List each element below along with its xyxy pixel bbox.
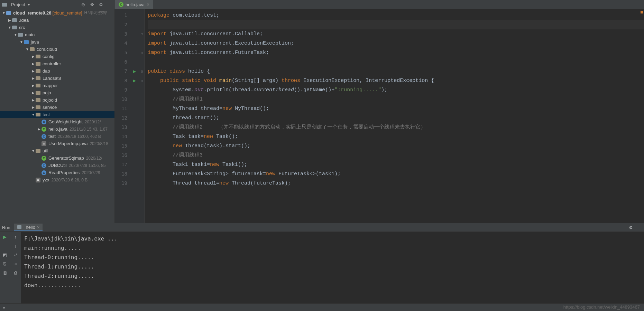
chevron-right-icon[interactable]: ▶ bbox=[31, 98, 36, 102]
run-line-icon[interactable]: ▶ bbox=[130, 67, 139, 76]
up-icon[interactable]: ↑ bbox=[13, 234, 18, 239]
code-line[interactable]: Task1 task1=new Task1(); bbox=[148, 160, 644, 169]
tree-item[interactable]: ▼util bbox=[0, 147, 114, 154]
run-line-icon[interactable]: ▶ bbox=[130, 76, 139, 85]
code-line[interactable]: import java.util.concurrent.Callable; bbox=[148, 29, 644, 39]
code-line[interactable] bbox=[148, 20, 644, 29]
tree-item-meta: 2020/7/29 bbox=[82, 170, 100, 175]
chevron-right-icon[interactable]: ▶ bbox=[37, 127, 42, 131]
tree-item[interactable]: CGetWeightHeight2020/12/ bbox=[0, 118, 114, 125]
tree-item[interactable]: ▼test bbox=[0, 111, 114, 118]
code-line[interactable]: import java.util.concurrent.FutureTask; bbox=[148, 48, 644, 57]
chevron-right-icon[interactable]: ▶ bbox=[31, 91, 36, 95]
tree-item[interactable]: ▶Chello.java2021/1/8 15:43, 1.67 bbox=[0, 125, 114, 133]
chevron-right-icon[interactable]: ▶ bbox=[31, 76, 36, 80]
warning-stripe-icon[interactable] bbox=[641, 11, 643, 13]
tree-item[interactable]: ▶pojoold bbox=[0, 96, 114, 104]
expand-icon[interactable]: ✥ bbox=[89, 2, 95, 7]
tree-item[interactable]: ▼java bbox=[0, 38, 114, 46]
code-line[interactable]: FutureTask<String> futureTask=new Future… bbox=[148, 169, 644, 179]
tree-item[interactable]: ▶mapper bbox=[0, 82, 114, 89]
code-area[interactable]: package com.cloud.test; import java.util… bbox=[145, 9, 644, 223]
tree-item-label: UserMaperImp.java bbox=[48, 141, 88, 146]
folder-icon bbox=[18, 32, 23, 37]
gear-icon[interactable]: ⚙ bbox=[628, 225, 634, 230]
exit-icon[interactable]: ⎘ bbox=[2, 261, 8, 266]
run-tab-hello[interactable]: hello × bbox=[14, 224, 42, 231]
tree-item[interactable]: CGeneratorSqlmap2020/12/ bbox=[0, 154, 114, 162]
code-line[interactable]: Task task=new Task(); bbox=[148, 132, 644, 141]
run-gutter[interactable]: ▶▶ bbox=[130, 9, 139, 223]
java-file-icon: C bbox=[42, 127, 46, 132]
code-line[interactable]: Thread thread1=new Thread(futureTask); bbox=[148, 179, 644, 188]
code-line[interactable]: //调用线程2 （并不能以线程的方式启动，实际上只是创建了一个任务，需要启动一个… bbox=[148, 123, 644, 132]
project-tree[interactable]: ▼ cloud_remote9.28[cloud_remote] H:\学习资料… bbox=[0, 9, 115, 223]
tree-item[interactable]: ≡UserMaperImp.java2020/8/18 bbox=[0, 140, 114, 147]
tab-label: hello.java bbox=[126, 2, 145, 7]
chevron-right-icon[interactable]: ▶ bbox=[31, 84, 36, 87]
editor[interactable]: 12345678910111213141516171819 ▶▶ ⊟⊟⊟⊟ pa… bbox=[115, 9, 644, 223]
code-line[interactable] bbox=[148, 57, 644, 67]
code-line[interactable]: import java.util.concurrent.ExecutionExc… bbox=[148, 39, 644, 48]
tree-item[interactable]: ▶pojo bbox=[0, 89, 114, 96]
tree-item[interactable]: Ctest2020/8/18 16:00, 462 B bbox=[0, 133, 114, 140]
hide-icon[interactable]: — bbox=[636, 225, 642, 230]
chevron-right-icon[interactable]: ▶ bbox=[31, 105, 36, 109]
chevron-down-icon[interactable]: ▼ bbox=[27, 3, 30, 7]
rerun-icon[interactable]: ▶ bbox=[2, 234, 8, 239]
show-more-icon[interactable]: » bbox=[3, 305, 5, 310]
gear-icon[interactable]: ⚙ bbox=[98, 2, 104, 7]
chevron-down-icon[interactable]: ▼ bbox=[13, 33, 18, 37]
tree-item[interactable]: ▶service bbox=[0, 104, 114, 111]
close-icon[interactable]: × bbox=[37, 225, 40, 230]
code-line[interactable]: MyThread thread=new MyThread(); bbox=[148, 104, 644, 113]
chevron-right-icon[interactable]: ▶ bbox=[31, 62, 36, 66]
hide-icon[interactable]: — bbox=[107, 2, 113, 7]
down-icon[interactable]: ↓ bbox=[13, 243, 18, 248]
code-line[interactable]: thread.start(); bbox=[148, 113, 644, 123]
tree-item-meta: 2020/12/ bbox=[85, 120, 101, 124]
stop-icon[interactable] bbox=[2, 243, 8, 248]
close-icon[interactable]: × bbox=[147, 2, 149, 7]
chevron-down-icon[interactable]: ▼ bbox=[25, 47, 30, 51]
chevron-down-icon[interactable]: ▼ bbox=[1, 11, 6, 15]
tree-item[interactable]: ▼src bbox=[0, 24, 114, 31]
tab-hello-java[interactable]: C hello.java × bbox=[115, 0, 153, 9]
chevron-right-icon[interactable]: ▶ bbox=[31, 55, 36, 58]
tree-item[interactable]: ▼main bbox=[0, 31, 114, 38]
chevron-down-icon[interactable]: ▼ bbox=[31, 149, 36, 153]
code-line[interactable]: //调用线程3 bbox=[148, 151, 644, 160]
trash-icon[interactable]: 🗑 bbox=[2, 270, 8, 275]
tree-root[interactable]: ▼ cloud_remote9.28[cloud_remote] H:\学习资料… bbox=[0, 9, 114, 17]
chevron-right-icon[interactable]: ▶ bbox=[7, 18, 12, 22]
locate-icon[interactable]: ⊕ bbox=[80, 2, 86, 7]
code-line[interactable]: new Thread(task).start(); bbox=[148, 141, 644, 151]
tree-item[interactable]: CJDBCUtil2020/7/29 15:56, 85 bbox=[0, 162, 114, 169]
chevron-down-icon[interactable]: ▼ bbox=[31, 113, 36, 116]
tree-item[interactable]: ▶config bbox=[0, 53, 114, 60]
scroll-end-icon[interactable]: ⇥ bbox=[13, 261, 18, 266]
code-line[interactable]: System.out.println(Thread.currentThread(… bbox=[148, 85, 644, 95]
screenshot-icon[interactable]: ◩ bbox=[2, 252, 8, 257]
chevron-down-icon[interactable]: ▼ bbox=[19, 40, 24, 44]
code-line[interactable]: public class hello { bbox=[148, 67, 644, 76]
code-line[interactable]: public static void main(String[] args) t… bbox=[148, 76, 644, 85]
tree-item[interactable]: CReadProperties2020/7/29 bbox=[0, 169, 114, 176]
tree-item-label: JDBCUtil bbox=[48, 163, 67, 168]
tree-item[interactable]: ▶Landsat8 bbox=[0, 75, 114, 82]
tree-item[interactable]: ▶controller bbox=[0, 60, 114, 67]
run-console[interactable]: F:\Java\jdk\bin\java.exe ... main:runnin… bbox=[21, 232, 644, 303]
tree-item[interactable]: ≡yzx2020/7/20 6:26, 0 B bbox=[0, 176, 114, 183]
chevron-down-icon[interactable]: ▼ bbox=[7, 26, 12, 29]
tree-item[interactable]: ▶.idea bbox=[0, 17, 114, 24]
code-line[interactable]: package com.cloud.test; bbox=[148, 11, 644, 20]
code-line[interactable]: //调用线程1 bbox=[148, 95, 644, 104]
tree-item[interactable]: ▶dao bbox=[0, 67, 114, 75]
tree-item[interactable]: ▼com.cloud bbox=[0, 46, 114, 53]
soft-wrap-icon[interactable]: ⤶ bbox=[13, 252, 18, 257]
project-header-label[interactable]: Project bbox=[11, 2, 25, 7]
print-icon[interactable]: ⎙ bbox=[13, 270, 18, 275]
fold-gutter[interactable]: ⊟⊟⊟⊟ bbox=[139, 9, 145, 223]
tree-item-meta: 2020/7/29 15:56, 85 bbox=[69, 163, 106, 168]
chevron-right-icon[interactable]: ▶ bbox=[31, 69, 36, 73]
